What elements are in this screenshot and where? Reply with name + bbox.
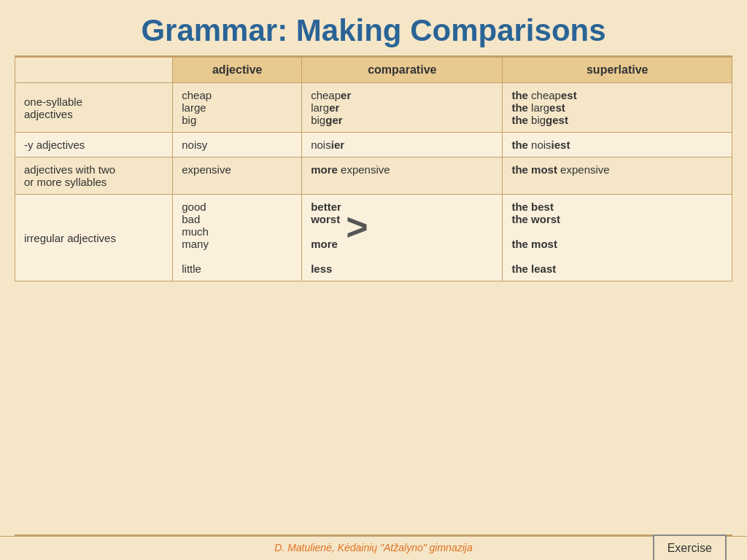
footer: D. Matulienė, Kėdainių "Atžalyno" gimnaz… — [0, 536, 747, 560]
comparatives-irregular: > betterworst more less — [302, 195, 503, 281]
superlatives-y: the noisiest — [503, 133, 732, 158]
adjectives-one-syllable: cheaplargebig — [173, 83, 302, 133]
page-title: Grammar: Making Comparisons — [0, 0, 747, 55]
category-two-syllable: adjectives with twoor more syllables — [15, 158, 173, 195]
comparatives-y: noisier — [302, 133, 503, 158]
table-row: irregular adjectives goodbadmuchmany lit… — [15, 195, 732, 281]
header-row: adjective comparative superlative — [15, 58, 732, 83]
superlatives-two-syllable: the most expensive — [503, 158, 732, 195]
page: Grammar: Making Comparisons adjective co… — [0, 0, 747, 560]
category-one-syllable: one-syllableadjectives — [15, 83, 173, 133]
footer-text: D. Matulienė, Kėdainių "Atžalyno" gimnaz… — [274, 542, 472, 553]
comparatives-two-syllable: more expensive — [302, 158, 503, 195]
adjectives-two-syllable: expensive — [173, 158, 302, 195]
exercise-button[interactable]: Exercise — [653, 534, 727, 560]
category-irregular: irregular adjectives — [15, 195, 173, 281]
table-row: one-syllableadjectives cheaplargebig che… — [15, 83, 732, 133]
table-row: adjectives with twoor more syllables exp… — [15, 158, 732, 195]
adjectives-irregular: goodbadmuchmany little — [173, 195, 302, 281]
col-header-comparative: comparative — [302, 58, 503, 83]
table-container: adjective comparative superlative one-sy… — [0, 57, 747, 534]
col-header-adjective: adjective — [173, 58, 302, 83]
superlatives-irregular: the bestthe worst the most the least — [503, 195, 732, 281]
grammar-table: adjective comparative superlative one-sy… — [15, 57, 732, 281]
adjectives-y: noisy — [173, 133, 302, 158]
table-row: -y adjectives noisy noisier the noisiest — [15, 133, 732, 158]
col-header-superlative: superlative — [503, 58, 732, 83]
superlatives-one-syllable: the cheapestthe largestthe biggest — [503, 83, 732, 133]
col-header-empty — [15, 58, 173, 83]
comparatives-one-syllable: cheaperlargerbigger — [302, 83, 503, 133]
category-y-adjectives: -y adjectives — [15, 133, 173, 158]
greater-sign-icon: > — [346, 208, 368, 246]
